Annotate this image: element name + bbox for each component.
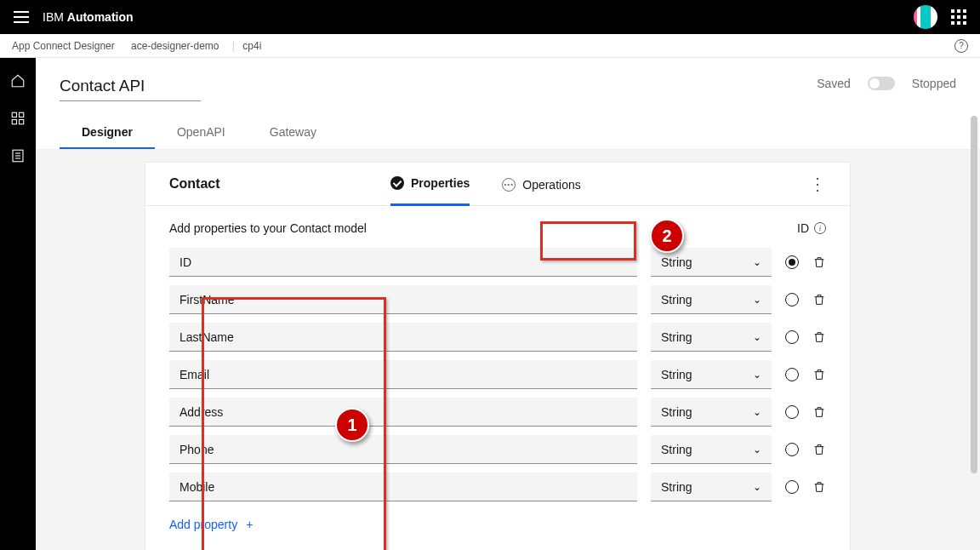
body-instruction: Add properties to your Contact model: [169, 221, 367, 235]
body-header: Add properties to your Contact model ID …: [169, 221, 826, 235]
breadcrumb: App Connect Designer ace-designer-demo |…: [12, 40, 266, 52]
tab-openapi[interactable]: OpenAPI: [155, 117, 248, 149]
brand-name: Automation: [67, 10, 134, 24]
brand-title: IBM Automation: [43, 10, 134, 24]
main-layout: Contact API Saved Stopped Designer OpenA…: [0, 58, 980, 550]
tab-designer[interactable]: Designer: [60, 117, 155, 149]
property-type-select[interactable]: String⌄: [651, 398, 772, 427]
instance-name: ace-designer-demo: [131, 40, 219, 52]
id-radio[interactable]: [785, 480, 799, 494]
menu-icon[interactable]: [14, 11, 29, 23]
property-name-input[interactable]: [169, 473, 637, 501]
home-icon[interactable]: [10, 73, 26, 89]
chevron-down-icon: ⌄: [753, 406, 761, 418]
delete-icon[interactable]: [812, 479, 826, 495]
delete-icon[interactable]: [812, 292, 826, 307]
panel-area: Contact Properties ••• Operations ⋮: [36, 150, 980, 550]
id-radio[interactable]: [785, 293, 799, 307]
status-area: Saved Stopped: [817, 77, 956, 90]
property-name-input[interactable]: [169, 285, 637, 314]
id-radio[interactable]: [785, 405, 799, 419]
panel-header: Contact Properties ••• Operations ⋮: [145, 163, 850, 206]
property-type-select[interactable]: String⌄: [651, 435, 772, 464]
property-type-select[interactable]: String⌄: [651, 323, 772, 352]
tab-gateway[interactable]: Gateway: [248, 117, 339, 149]
help-icon[interactable]: ?: [954, 39, 968, 53]
property-name-input[interactable]: [169, 398, 637, 427]
check-icon: [390, 176, 404, 190]
delete-icon[interactable]: [812, 404, 826, 420]
id-radio[interactable]: [785, 330, 799, 344]
property-row: String⌄: [169, 393, 826, 431]
property-type-select[interactable]: String⌄: [651, 360, 772, 389]
breadcrumb-separator: |: [232, 40, 235, 52]
property-row: String⌄: [169, 356, 826, 393]
property-row: String⌄: [169, 243, 826, 281]
header-left: IBM Automation: [14, 10, 134, 24]
panel-body: Add properties to your Contact model ID …: [145, 206, 850, 550]
page-title[interactable]: Contact API: [60, 77, 201, 101]
catalog-icon[interactable]: [10, 148, 26, 163]
id-radio[interactable]: [785, 255, 799, 269]
delete-icon[interactable]: [812, 255, 826, 270]
delete-icon[interactable]: [812, 329, 826, 345]
chevron-down-icon: ⌄: [753, 331, 761, 343]
svg-rect-3: [20, 120, 24, 124]
property-row: String⌄: [169, 431, 826, 468]
panel-title: Contact: [169, 176, 390, 192]
header-right: [914, 5, 966, 29]
page-header: Contact API Saved Stopped: [36, 58, 980, 101]
main-tabs: Designer OpenAPI Gateway: [36, 101, 980, 150]
property-name-input[interactable]: [169, 323, 637, 352]
property-rows: String⌄String⌄String⌄String⌄String⌄Strin…: [169, 243, 826, 506]
dashboard-icon[interactable]: [10, 111, 26, 126]
svg-rect-1: [20, 112, 24, 117]
property-name-input[interactable]: [169, 248, 637, 277]
side-rail: [0, 58, 36, 550]
svg-rect-0: [12, 112, 16, 117]
property-row: String⌄: [169, 281, 826, 318]
chevron-down-icon: ⌄: [753, 369, 761, 381]
property-name-input[interactable]: [169, 360, 637, 389]
svg-rect-2: [12, 120, 16, 124]
main-content: Contact API Saved Stopped Designer OpenA…: [36, 58, 980, 550]
subtab-operations[interactable]: ••• Operations: [502, 178, 580, 205]
property-row: String⌄: [169, 468, 826, 506]
chevron-down-icon: ⌄: [753, 444, 761, 455]
breadcrumb-bar: App Connect Designer ace-designer-demo |…: [0, 34, 980, 58]
chevron-down-icon: ⌄: [753, 481, 761, 493]
panel-subtabs: Properties ••• Operations: [390, 176, 581, 192]
id-radio[interactable]: [785, 443, 799, 456]
add-property-button[interactable]: Add property +: [169, 518, 826, 531]
subtab-properties-label: Properties: [411, 176, 470, 190]
add-property-label: Add property: [169, 518, 237, 531]
plus-icon: +: [246, 518, 253, 531]
delete-icon[interactable]: [812, 442, 826, 457]
delete-icon[interactable]: [812, 367, 826, 382]
chevron-down-icon: ⌄: [753, 256, 761, 268]
dots-icon: •••: [502, 178, 516, 192]
id-radio[interactable]: [785, 368, 799, 381]
saved-label: Saved: [817, 77, 851, 90]
avatar[interactable]: [914, 5, 937, 29]
chevron-down-icon: ⌄: [753, 294, 761, 306]
subtab-properties[interactable]: Properties: [390, 176, 470, 206]
stopped-label: Stopped: [912, 77, 956, 90]
brand-prefix: IBM: [43, 10, 64, 24]
model-panel: Contact Properties ••• Operations ⋮: [145, 162, 851, 550]
app-switcher-icon[interactable]: [951, 9, 966, 25]
info-icon[interactable]: i: [814, 222, 826, 234]
property-name-input[interactable]: [169, 435, 637, 464]
property-type-select[interactable]: String⌄: [651, 473, 772, 501]
global-header: IBM Automation: [0, 0, 980, 34]
id-label: ID: [797, 221, 809, 235]
vertical-scrollbar[interactable]: [971, 116, 977, 473]
env-name: cp4i: [242, 40, 261, 52]
property-row: String⌄: [169, 318, 826, 356]
property-type-select[interactable]: String⌄: [651, 285, 772, 314]
start-stop-toggle[interactable]: [868, 77, 895, 90]
app-name: App Connect Designer: [12, 40, 115, 52]
subtab-operations-label: Operations: [522, 178, 580, 192]
id-column-header: ID i: [797, 221, 826, 235]
property-type-select[interactable]: String⌄: [651, 248, 772, 277]
